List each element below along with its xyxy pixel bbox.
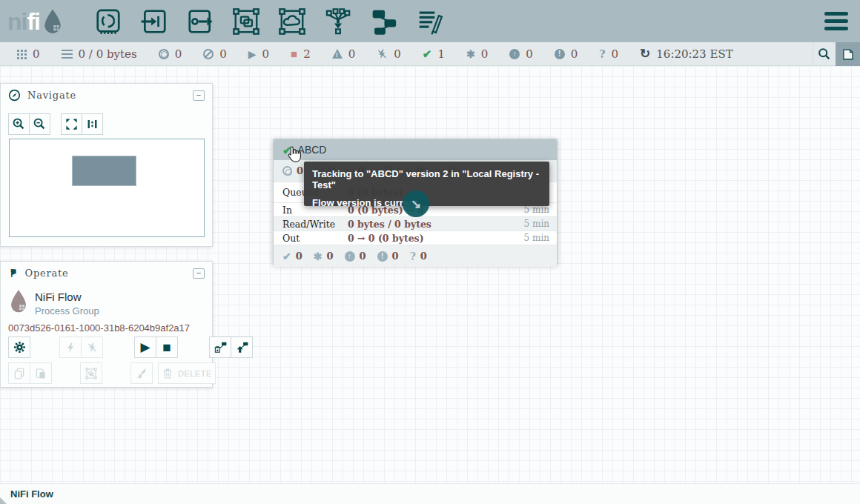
transmitting-icon: [159, 49, 169, 59]
pg-locally-modified: ✱0: [314, 251, 334, 262]
flow-name: NiFi Flow: [35, 289, 99, 303]
top-toolbar: nifi: [0, 0, 860, 42]
paste-button: [30, 362, 52, 384]
upload-template-button[interactable]: [231, 336, 253, 358]
status-bar: 0 0 / 0 bytes 0 0 ▶ 0 ■ 2 0: [0, 42, 860, 66]
transmitting-count: 0: [175, 47, 182, 61]
pg-sync-failure: ?0: [410, 251, 427, 262]
minimap-process-group-rect: [72, 156, 136, 186]
disable-button: [81, 336, 103, 358]
operate-palette: ☚ Operate − NiFi Flow Process Group 0073…: [0, 261, 213, 388]
label-icon[interactable]: [415, 6, 445, 37]
row-duration: 5 min: [524, 233, 549, 243]
stop-icon: ■: [162, 340, 171, 354]
sync-failure-icon: ?: [599, 49, 605, 59]
arrow-se-icon: ↘: [411, 198, 421, 210]
locally-modified-and-stale-count: 0: [571, 47, 578, 61]
navigate-buttons: [8, 113, 103, 135]
flow-canvas[interactable]: Navigate −: [0, 66, 860, 483]
component-toolbar: [93, 6, 445, 37]
up-to-date-count: 1: [437, 47, 445, 61]
operate-buttons-row2: DELETE: [8, 362, 216, 384]
not-transmitting-count: 0: [219, 47, 227, 61]
operate-collapse-button[interactable]: −: [193, 268, 205, 279]
queued-count: 0 / 0 bytes: [79, 47, 137, 61]
zoom-fit-button[interactable]: [61, 113, 82, 135]
search-button[interactable]: [813, 42, 836, 66]
stopped-icon: ■: [291, 48, 297, 59]
running-count: 0: [262, 47, 270, 61]
delete-button: DELETE: [158, 362, 216, 384]
gear-icon: [13, 340, 27, 354]
status-queued: 0 / 0 bytes: [62, 47, 137, 61]
search-icon: [817, 47, 832, 62]
refresh-icon[interactable]: ↻: [640, 47, 650, 60]
copy-button: [8, 362, 30, 384]
status-refresh: ↻ 16:20:23 EST: [640, 47, 733, 61]
processor-icon[interactable]: [93, 6, 123, 37]
row-duration: 5 min: [524, 219, 549, 229]
status-up-to-date: ✔ 1: [423, 47, 445, 61]
stopped-count: 2: [303, 47, 311, 61]
configuration-button[interactable]: [8, 336, 30, 358]
invalid-icon: [332, 49, 343, 59]
locally-modified-icon: ✱: [314, 251, 322, 262]
click-indicator: ↘: [403, 190, 429, 217]
zoom-out-button[interactable]: [29, 113, 50, 135]
nifi-drop-icon: [42, 8, 64, 35]
template-icon[interactable]: [369, 6, 399, 37]
create-template-button[interactable]: [209, 336, 231, 358]
locally-modified-and-stale-icon: !: [377, 251, 388, 262]
funnel-icon[interactable]: [323, 6, 353, 37]
compass-icon: [8, 89, 21, 102]
zoom-actual-size-button[interactable]: [82, 113, 103, 135]
status-transmitting: 0: [159, 47, 182, 61]
pg-transmitting: 0: [282, 165, 303, 176]
status-not-transmitting: 0: [203, 47, 227, 61]
start-button[interactable]: ▶: [134, 336, 156, 358]
status-running: ▶ 0: [248, 47, 269, 61]
process-group-icon[interactable]: [231, 6, 261, 37]
nifi-logo: nifi: [7, 8, 64, 35]
pg-version-states: ✔0 ✱0 ↑0 !0 ?0: [274, 245, 557, 267]
navigate-collapse-button[interactable]: −: [193, 90, 205, 101]
birdseye-minimap[interactable]: [9, 139, 205, 237]
pg-row-read-write: Read/Write 0 bytes / 0 bytes 5 min: [274, 216, 557, 231]
global-menu-icon[interactable]: [824, 12, 848, 30]
breadcrumb-bar: NiFi Flow: [0, 483, 860, 504]
output-port-icon[interactable]: [185, 6, 215, 37]
up-to-date-icon: ✔: [423, 48, 432, 59]
sync-failure-icon: ?: [410, 251, 416, 262]
copy-icon: [13, 367, 26, 380]
stale-icon: ↑: [345, 251, 355, 262]
stop-button[interactable]: ■: [156, 336, 178, 358]
sync-failure-count: 0: [612, 47, 619, 61]
process-group-header: ✔ ABCD: [274, 139, 557, 160]
brush-icon: [135, 367, 148, 380]
breadcrumb-root[interactable]: NiFi Flow: [10, 488, 53, 500]
zoom-in-button[interactable]: [8, 113, 30, 135]
hand-icon: ☚: [7, 268, 19, 278]
input-port-icon[interactable]: [139, 6, 169, 37]
disabled-icon: [377, 48, 388, 60]
notes-button[interactable]: [836, 42, 860, 66]
nifi-logo-text: nifi: [7, 10, 40, 33]
active-threads-icon: [16, 49, 27, 59]
version-state-check-icon[interactable]: ✔: [282, 145, 292, 156]
status-locally-modified: ✱ 0: [466, 47, 488, 61]
row-label: Read/Write: [282, 219, 348, 230]
pg-up-to-date: ✔0: [282, 251, 302, 262]
note-icon: [841, 47, 855, 62]
navigate-title: Navigate: [27, 90, 76, 101]
remote-process-group-icon[interactable]: [277, 6, 307, 37]
play-icon: ▶: [140, 341, 150, 354]
running-icon: ▶: [248, 49, 257, 59]
disabled-count: 0: [394, 47, 401, 61]
resize-grip[interactable]: [0, 497, 7, 504]
row-value: 0 → 0 (0 bytes): [348, 233, 424, 244]
transmitting-icon: [282, 166, 292, 176]
operate-header: ☚ Operate −: [1, 262, 212, 285]
logo-ni: ni: [7, 8, 27, 35]
status-sync-failure: ? 0: [599, 47, 618, 61]
locally-modified-icon: ✱: [466, 49, 475, 59]
